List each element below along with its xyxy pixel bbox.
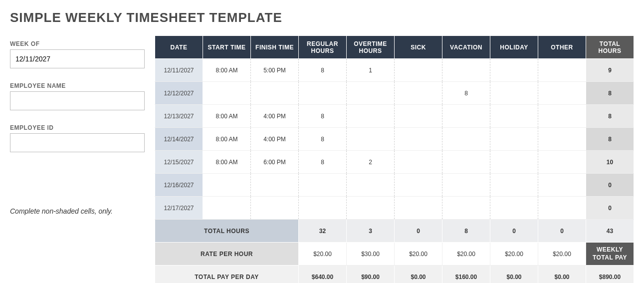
pay-sick: $0.00 (395, 266, 442, 283)
pay-regular: $640.00 (299, 266, 347, 283)
employee-name-input[interactable] (10, 91, 145, 110)
cell-other[interactable] (538, 128, 586, 151)
cell-vacation[interactable]: 8 (442, 82, 490, 105)
header-total: TOTAL HOURS (586, 36, 634, 59)
cell-sick[interactable] (395, 128, 442, 151)
cell-sick[interactable] (395, 151, 442, 174)
cell-regular[interactable]: 8 (299, 151, 347, 174)
table-row: 12/17/20270 (155, 197, 634, 220)
rate-holiday[interactable]: $20.00 (490, 243, 538, 266)
cell-holiday[interactable] (490, 128, 538, 151)
header-other: OTHER (538, 36, 586, 59)
table-row: 12/11/20278:00 AM5:00 PM819 (155, 59, 634, 82)
cell-holiday[interactable] (490, 105, 538, 128)
week-of-input[interactable] (10, 49, 145, 68)
page-title: SIMPLE WEEKLY TIMESHEET TEMPLATE (10, 10, 634, 25)
cell-vacation[interactable] (442, 105, 490, 128)
rate-label: RATE PER HOUR (155, 243, 299, 266)
cell-total: 9 (586, 59, 634, 82)
total-pay-label: TOTAL PAY PER DAY (155, 266, 299, 283)
cell-sick[interactable] (395, 197, 442, 220)
header-regular: REGULAR HOURS (299, 36, 347, 59)
cell-sick[interactable] (395, 105, 442, 128)
header-finish: FINISH TIME (251, 36, 299, 59)
cell-start[interactable]: 8:00 AM (203, 105, 251, 128)
cell-vacation[interactable] (442, 151, 490, 174)
cell-overtime[interactable] (347, 105, 395, 128)
cell-sick[interactable] (395, 82, 442, 105)
cell-date: 12/15/2027 (155, 151, 203, 174)
total-vacation: 8 (442, 220, 490, 243)
pay-other: $0.00 (538, 266, 586, 283)
cell-other[interactable] (538, 105, 586, 128)
cell-other[interactable] (538, 151, 586, 174)
table-row: 12/13/20278:00 AM4:00 PM88 (155, 105, 634, 128)
cell-regular[interactable] (299, 197, 347, 220)
timesheet-table: DATE START TIME FINISH TIME REGULAR HOUR… (155, 35, 634, 283)
cell-overtime[interactable] (347, 174, 395, 197)
total-grand: 43 (586, 220, 634, 243)
cell-regular[interactable]: 8 (299, 128, 347, 151)
cell-start[interactable]: 8:00 AM (203, 59, 251, 82)
table-row: 12/14/20278:00 AM4:00 PM88 (155, 128, 634, 151)
cell-regular[interactable]: 8 (299, 105, 347, 128)
left-panel: WEEK OF EMPLOYEE NAME EMPLOYEE ID Comple… (10, 35, 145, 215)
cell-date: 12/13/2027 (155, 105, 203, 128)
cell-holiday[interactable] (490, 151, 538, 174)
cell-finish[interactable]: 6:00 PM (251, 151, 299, 174)
rate-vacation[interactable]: $20.00 (442, 243, 490, 266)
cell-holiday[interactable] (490, 59, 538, 82)
cell-other[interactable] (538, 197, 586, 220)
cell-regular[interactable]: 8 (299, 59, 347, 82)
cell-overtime[interactable] (347, 197, 395, 220)
employee-id-input[interactable] (10, 133, 145, 152)
rate-regular[interactable]: $20.00 (299, 243, 347, 266)
total-pay-row: TOTAL PAY PER DAY $640.00 $90.00 $0.00 $… (155, 266, 634, 283)
cell-sick[interactable] (395, 174, 442, 197)
cell-start[interactable]: 8:00 AM (203, 128, 251, 151)
pay-grand: $890.00 (586, 266, 634, 283)
cell-date: 12/14/2027 (155, 128, 203, 151)
cell-overtime[interactable] (347, 128, 395, 151)
cell-finish[interactable]: 5:00 PM (251, 59, 299, 82)
cell-regular[interactable] (299, 174, 347, 197)
cell-other[interactable] (538, 82, 586, 105)
cell-holiday[interactable] (490, 174, 538, 197)
cell-holiday[interactable] (490, 82, 538, 105)
cell-sick[interactable] (395, 59, 442, 82)
cell-overtime[interactable] (347, 82, 395, 105)
cell-vacation[interactable] (442, 59, 490, 82)
rate-other[interactable]: $20.00 (538, 243, 586, 266)
cell-date: 12/16/2027 (155, 174, 203, 197)
cell-holiday[interactable] (490, 197, 538, 220)
cell-date: 12/11/2027 (155, 59, 203, 82)
header-holiday: HOLIDAY (490, 36, 538, 59)
cell-date: 12/12/2027 (155, 82, 203, 105)
pay-vacation: $160.00 (442, 266, 490, 283)
cell-start[interactable]: 8:00 AM (203, 151, 251, 174)
cell-overtime[interactable]: 1 (347, 59, 395, 82)
cell-other[interactable] (538, 174, 586, 197)
cell-finish[interactable] (251, 197, 299, 220)
cell-other[interactable] (538, 59, 586, 82)
cell-overtime[interactable]: 2 (347, 151, 395, 174)
cell-start[interactable] (203, 197, 251, 220)
weekly-total-pay-label: WEEKLY TOTAL PAY (586, 243, 634, 266)
cell-finish[interactable] (251, 82, 299, 105)
cell-total: 10 (586, 151, 634, 174)
cell-regular[interactable] (299, 82, 347, 105)
cell-finish[interactable]: 4:00 PM (251, 128, 299, 151)
header-start: START TIME (203, 36, 251, 59)
cell-date: 12/17/2027 (155, 197, 203, 220)
cell-vacation[interactable] (442, 197, 490, 220)
total-sick: 0 (395, 220, 442, 243)
cell-vacation[interactable] (442, 174, 490, 197)
cell-finish[interactable] (251, 174, 299, 197)
cell-vacation[interactable] (442, 128, 490, 151)
cell-finish[interactable]: 4:00 PM (251, 105, 299, 128)
cell-start[interactable] (203, 174, 251, 197)
rate-overtime[interactable]: $30.00 (347, 243, 395, 266)
cell-start[interactable] (203, 82, 251, 105)
rate-sick[interactable]: $20.00 (395, 243, 442, 266)
employee-id-label: EMPLOYEE ID (10, 124, 145, 131)
